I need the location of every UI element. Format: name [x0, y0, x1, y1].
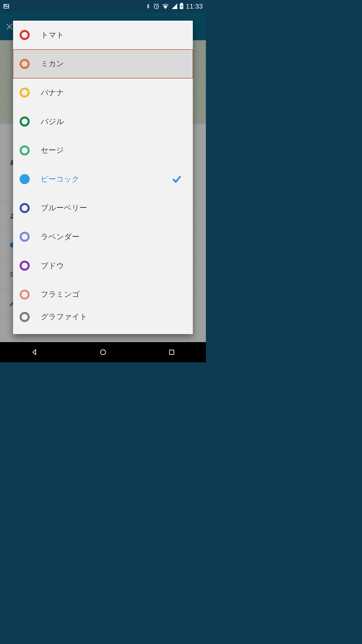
color-option-label: フラミンゴ — [41, 289, 80, 300]
color-swatch-icon — [20, 30, 30, 40]
color-option-grape[interactable]: ブドウ — [13, 251, 193, 280]
svg-rect-6 — [169, 350, 174, 354]
color-swatch-icon — [20, 145, 30, 155]
color-option-label: トマト — [41, 30, 64, 40]
color-option-tomato[interactable]: トマト — [13, 21, 193, 50]
color-option-label: セージ — [41, 145, 64, 155]
color-swatch-icon — [20, 232, 30, 242]
recents-button[interactable] — [166, 346, 178, 358]
battery-icon: 91 — [180, 4, 183, 9]
status-bar: 91 11:33 — [0, 0, 206, 13]
color-swatch-icon — [20, 203, 30, 213]
color-option-flamingo[interactable]: フラミンゴ — [13, 280, 193, 309]
color-swatch-icon — [20, 261, 30, 271]
color-swatch-icon — [20, 116, 30, 127]
color-swatch-icon — [20, 59, 30, 69]
color-option-label: ラベンダー — [41, 232, 79, 242]
cell-signal-icon — [171, 4, 177, 9]
svg-point-1 — [5, 5, 6, 6]
color-option-tangerine[interactable]: ミカン — [13, 50, 193, 78]
back-button[interactable] — [28, 346, 40, 358]
color-option-label: グラファイト — [41, 312, 87, 322]
color-option-lavender[interactable]: ラベンダー — [13, 222, 193, 251]
color-option-label: バジル — [41, 116, 64, 127]
battery-level: 91 — [180, 4, 183, 9]
color-option-label: ミカン — [41, 59, 64, 69]
check-icon — [171, 174, 182, 185]
color-option-banana[interactable]: バナナ — [13, 78, 193, 107]
status-clock: 11:33 — [186, 3, 203, 10]
bluetooth-icon — [146, 3, 151, 10]
color-list: トマトミカンバナナバジルセージピーコックブルーベリーラベンダーブドウフラミンゴグ… — [13, 21, 193, 325]
svg-point-5 — [101, 350, 106, 355]
color-swatch-icon — [20, 290, 30, 300]
color-option-blueberry[interactable]: ブルーベリー — [13, 194, 193, 223]
android-nav-bar — [0, 342, 206, 362]
home-button[interactable] — [97, 346, 109, 358]
color-option-label: ピーコック — [41, 174, 79, 184]
alarm-icon — [153, 3, 160, 10]
color-option-label: ブドウ — [41, 261, 64, 271]
wifi-icon — [162, 4, 169, 9]
color-option-sage[interactable]: セージ — [13, 136, 193, 165]
color-swatch-icon — [20, 88, 30, 98]
color-swatch-icon — [20, 312, 30, 322]
color-option-label: ブルーベリー — [41, 203, 87, 213]
color-option-graphite[interactable]: グラファイト — [13, 309, 193, 325]
color-swatch-icon — [20, 174, 30, 184]
color-option-basil[interactable]: バジル — [13, 107, 193, 136]
color-option-label: バナナ — [41, 88, 64, 98]
color-option-peacock[interactable]: ピーコック — [13, 165, 193, 194]
color-picker-dialog: トマトミカンバナナバジルセージピーコックブルーベリーラベンダーブドウフラミンゴグ… — [13, 21, 193, 334]
screenshot-icon — [3, 3, 10, 10]
